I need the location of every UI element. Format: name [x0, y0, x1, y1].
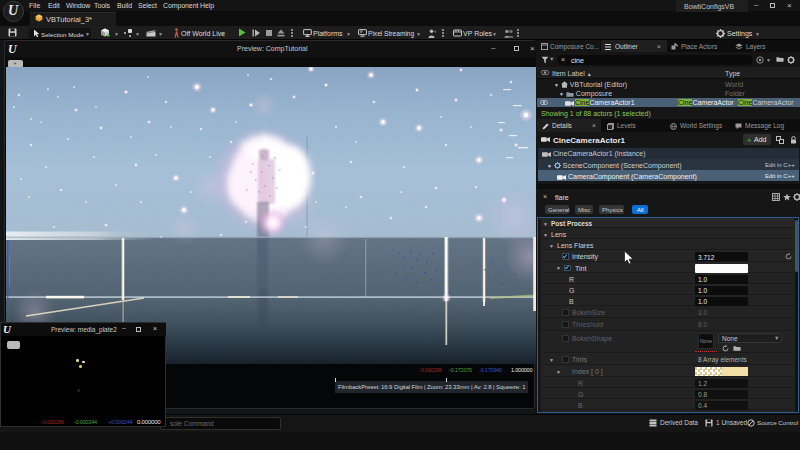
svg-text:+: + [434, 29, 436, 34]
